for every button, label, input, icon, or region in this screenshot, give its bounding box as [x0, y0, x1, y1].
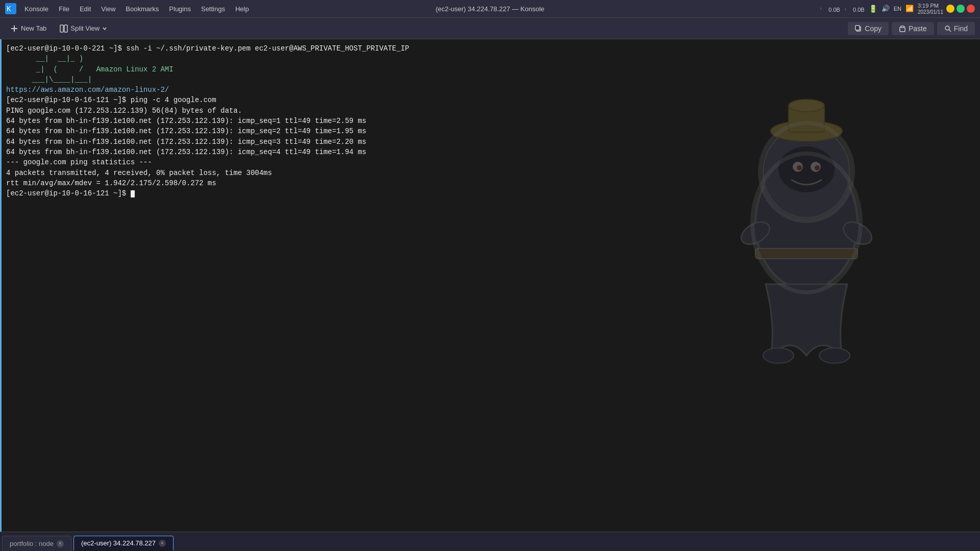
left-accent [0, 39, 2, 532]
menu-file[interactable]: File [55, 4, 74, 14]
menu-settings[interactable]: Settings [197, 4, 229, 14]
network-upload: ↑ 0.0B [820, 5, 840, 13]
window-maximize-button[interactable]: □ [957, 5, 965, 13]
svg-point-21 [738, 217, 773, 248]
svg-text:↑: ↑ [820, 6, 822, 11]
menu-konsole[interactable]: Konsole [20, 4, 53, 14]
svg-point-25 [819, 348, 850, 363]
menu-edit[interactable]: Edit [76, 4, 95, 14]
window-title: (ec2-user) 34.224.78.227 — Konsole [435, 5, 544, 13]
tab-ec2[interactable]: (ec2-user) 34.224.78.227 × [74, 536, 174, 551]
terminal-area[interactable]: [ec2-user@ip-10-0-0-221 ~]$ ssh -i ~/.ss… [0, 39, 980, 532]
network-download: ↓ 0.0B [844, 5, 865, 13]
tab-ec2-label: (ec2-user) 34.224.78.227 [81, 539, 156, 547]
menu-plugins[interactable]: Plugins [165, 4, 195, 14]
wifi-icon: 📶 [905, 5, 914, 13]
clock: 3:19 PM 2023/01/11 [918, 3, 943, 15]
new-tab-button[interactable]: New Tab [5, 22, 52, 35]
svg-rect-23 [755, 248, 857, 259]
toolbar: New Tab Split View Copy Paste [0, 18, 980, 39]
paste-button[interactable]: Paste [892, 22, 934, 35]
svg-text:↓: ↓ [844, 6, 847, 11]
terminal-output: [ec2-user@ip-10-0-0-221 ~]$ ssh -i ~/.ss… [6, 43, 974, 198]
split-icon [60, 24, 68, 33]
svg-rect-6 [60, 25, 63, 32]
svg-rect-7 [64, 25, 67, 32]
chevron-down-icon [102, 26, 107, 31]
window-controls: _ □ × [946, 5, 975, 13]
tab-portfolio[interactable]: portfolio : node × [2, 536, 71, 551]
svg-text:K: K [7, 5, 11, 13]
toolbar-right: Copy Paste Find [848, 22, 975, 35]
svg-rect-11 [901, 26, 904, 28]
find-button[interactable]: Find [937, 22, 975, 35]
menu-help[interactable]: Help [231, 4, 253, 14]
svg-rect-9 [855, 26, 860, 30]
search-icon [944, 25, 951, 32]
konsole-icon: K [5, 3, 16, 14]
window-minimize-button[interactable]: _ [946, 5, 954, 13]
plus-icon [10, 24, 18, 33]
paste-icon [899, 25, 906, 32]
split-view-button[interactable]: Split View [55, 22, 112, 35]
titlebar-right: ↑ 0.0B ↓ 0.0B 🔋 🔊 EN 📶 3:19 PM 2023/01/1… [820, 3, 975, 15]
svg-point-12 [945, 26, 949, 30]
titlebar: K Konsole File Edit View Bookmarks Plugi… [0, 0, 980, 18]
tab-ec2-close[interactable]: × [159, 540, 166, 547]
battery-icon: 🔋 [869, 5, 877, 13]
copy-button[interactable]: Copy [848, 22, 889, 35]
tabbar: portfolio : node × (ec2-user) 34.224.78.… [0, 532, 980, 551]
svg-point-24 [763, 348, 794, 363]
titlebar-left: K Konsole File Edit View Bookmarks Plugi… [5, 3, 253, 14]
copy-icon [855, 25, 862, 32]
menu-bookmarks[interactable]: Bookmarks [121, 4, 163, 14]
menu-bar: Konsole File Edit View Bookmarks Plugins… [20, 4, 253, 14]
tab-portfolio-close[interactable]: × [57, 540, 64, 547]
sys-tray: ↑ 0.0B ↓ 0.0B 🔋 🔊 EN 📶 3:19 PM 2023/01/1… [820, 3, 943, 15]
tab-portfolio-label: portfolio : node [10, 540, 54, 547]
volume-icon: 🔊 [881, 5, 890, 13]
menu-view[interactable]: View [97, 4, 119, 14]
svg-point-22 [840, 217, 875, 248]
svg-rect-5 [11, 28, 17, 29]
svg-line-13 [949, 30, 951, 32]
network-label: EN [894, 6, 901, 12]
window-close-button[interactable]: × [967, 5, 975, 13]
